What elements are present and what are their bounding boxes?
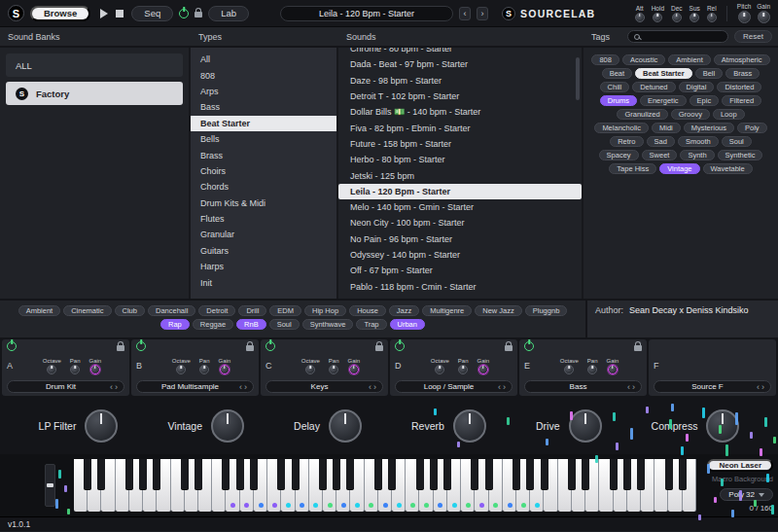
tag-pill[interactable]: Groovy [671,109,710,120]
tag-pill[interactable]: Spacey [599,150,639,160]
sound-item[interactable]: Detroit T - 102 bpm - Starter [338,89,582,104]
env-knob[interactable] [690,13,699,22]
black-key[interactable] [679,459,687,489]
genre-tag-pill[interactable]: Ambient [18,305,61,316]
black-key[interactable] [416,459,424,489]
genre-tag-pill[interactable]: Dancehall [148,305,195,316]
gain-knob[interactable] [608,365,618,374]
black-key[interactable] [568,459,576,489]
tag-pill[interactable]: Synth [680,150,714,160]
tag-pill[interactable]: Acoustic [622,54,665,65]
sound-item[interactable]: Neon City - 100 bpm - Starter [338,215,582,231]
type-item[interactable]: Bells [191,131,336,147]
type-item[interactable]: Flutes [191,211,336,227]
tag-pill[interactable]: Retro [610,136,643,147]
type-item[interactable]: Granular [191,227,336,242]
black-key[interactable] [443,459,451,489]
tag-pill[interactable]: Beat Starter [635,68,692,79]
sound-item[interactable]: Off - 67 bpm - Starter [338,263,582,278]
lab-tab[interactable]: Lab [208,6,249,21]
mod-wheel[interactable] [45,464,55,507]
tag-pill[interactable]: Ambient [668,54,711,65]
black-key[interactable] [471,459,478,489]
genre-tag-pill[interactable]: New Jazz [475,305,522,316]
env-knob[interactable] [635,13,645,22]
tag-pill[interactable]: Atmospheric [714,54,770,65]
black-key[interactable] [623,459,631,489]
power-icon[interactable] [265,341,275,351]
genre-tag-pill[interactable]: RnB [236,319,266,330]
black-key[interactable] [277,459,285,489]
gain-knob[interactable] [758,11,770,23]
black-key[interactable] [485,459,493,489]
tag-pill[interactable]: Chill [600,82,630,92]
genre-tag-pill[interactable]: Multigenre [422,305,472,316]
type-item[interactable]: 808 [191,67,336,83]
power-icon[interactable] [395,341,405,351]
black-key[interactable] [292,459,300,489]
black-key[interactable] [181,459,189,489]
channel-name-selector[interactable]: Drum Kit‹› [7,380,124,393]
type-item[interactable]: Beat Starter [191,116,336,131]
octave-knob[interactable] [47,365,56,374]
sound-item[interactable]: No Pain - 96 bpm - Starter [338,231,582,247]
fx-knob[interactable] [85,409,118,443]
gain-knob[interactable] [478,365,488,374]
power-icon[interactable] [7,341,17,351]
tag-pill[interactable]: Sad [647,136,675,147]
black-key[interactable] [84,459,91,489]
tag-pill[interactable]: Tape Hiss [609,163,656,174]
channel-name-selector[interactable]: Bass‹› [524,380,642,393]
type-item[interactable]: Drum Kits & Midi [191,195,336,211]
pan-knob[interactable] [329,365,338,374]
lock-icon[interactable] [375,345,383,351]
tag-pill[interactable]: Energetic [640,95,687,106]
pan-knob[interactable] [458,365,468,374]
lock-icon[interactable] [117,345,124,351]
gain-knob[interactable] [220,365,230,374]
lock-icon[interactable] [246,345,254,351]
gain-knob[interactable] [90,365,100,374]
black-key[interactable] [250,459,258,489]
bank-item[interactable]: ALL [6,53,183,77]
genre-tag-pill[interactable]: Reggae [193,319,233,330]
fx-knob[interactable] [569,409,602,443]
gain-knob[interactable] [349,365,359,374]
type-item[interactable]: Brass [191,147,336,162]
power-icon[interactable] [524,341,534,351]
tag-pill[interactable]: Digital [679,82,715,92]
genre-tag-pill[interactable]: Soul [269,319,300,330]
genre-tag-pill[interactable]: Jazz [389,305,419,316]
pan-knob[interactable] [70,365,80,374]
sound-item[interactable]: Future - 158 bpm - Starter [338,136,582,152]
genre-tag-pill[interactable]: Trap [356,319,386,330]
sound-item[interactable]: Leila - 120 Bpm - Starter [338,184,582,199]
sounds-scrollbar[interactable] [576,57,580,100]
tag-pill[interactable]: Poly [737,123,767,133]
reset-button[interactable]: Reset [734,30,772,43]
poly-selector[interactable]: Poly 32 [720,488,773,501]
tag-pill[interactable]: Filtered [722,95,761,106]
black-key[interactable] [97,459,105,489]
tag-pill[interactable]: Brass [725,68,760,79]
black-key[interactable] [319,459,327,489]
black-key[interactable] [430,459,438,489]
tag-pill[interactable]: Drums [600,95,637,106]
black-key[interactable] [333,459,340,489]
octave-knob[interactable] [176,365,186,374]
genre-tag-pill[interactable]: Urban [390,319,425,330]
sound-item[interactable]: Dollar Bills 💵 - 140 bpm - Starter [338,104,582,120]
black-key[interactable] [125,459,133,489]
channel-name-selector[interactable]: Keys‹› [265,380,383,393]
preset-next-button[interactable]: › [477,7,488,20]
genre-tag-pill[interactable]: Drill [238,305,266,316]
channel-next-button[interactable]: › [760,382,765,392]
lock-icon[interactable] [634,345,642,351]
fx-knob[interactable] [706,409,739,443]
tag-pill[interactable]: Epic [690,95,720,106]
genre-tag-pill[interactable]: EDM [269,305,301,316]
sound-item[interactable]: Fiva - 82 bpm - Ebmin - Starter [338,120,582,135]
sound-item[interactable]: Chrome - 80 bpm - Starter [338,48,582,56]
tag-pill[interactable]: Melancholic [594,123,649,133]
type-item[interactable]: Chords [191,179,336,195]
